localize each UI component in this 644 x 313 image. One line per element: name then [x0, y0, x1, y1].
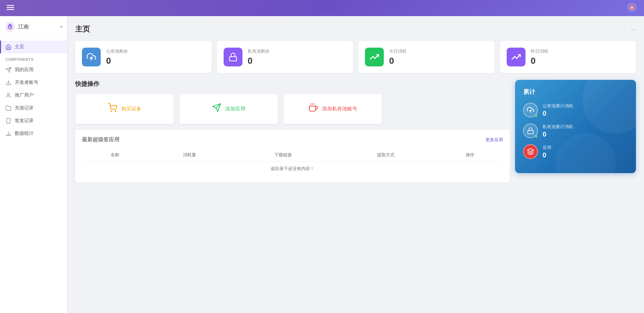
page-title: 主页 — [75, 24, 90, 34]
brand-name: 江南 — [18, 23, 29, 31]
middle-row: 快捷操作 购买设备 — [75, 80, 636, 182]
trend-up-icon — [365, 48, 384, 66]
recharge-label: 充值记录 — [15, 105, 34, 111]
col-action: 操作 — [437, 149, 503, 162]
lock-icon — [224, 48, 242, 66]
download-icon — [5, 80, 11, 86]
sidebar-item-recharge[interactable]: 充值记录 — [0, 102, 67, 114]
cumulative-public-pool-info: 公有池累计消耗 0 — [543, 103, 573, 117]
topbar — [0, 0, 644, 16]
stat-value-private-pool: 0 — [248, 56, 270, 66]
svg-rect-0 — [7, 5, 14, 6]
sidebar-item-dev-account[interactable]: 开发者账号 — [0, 76, 67, 89]
cumulative-app-label: 应用 — [543, 145, 551, 151]
brand-section[interactable]: 江南 ▾ — [0, 16, 67, 38]
buy-device-label: 购买设备 — [121, 106, 141, 112]
public-pool-dot — [535, 114, 537, 117]
coffee-icon — [309, 103, 318, 114]
dev-account-label: 开发者账号 — [15, 80, 38, 86]
home-icon — [5, 44, 11, 50]
data-stats-label: 数据统计 — [15, 131, 34, 137]
cumulative-private-pool-info: 私有池累计消耗 0 — [543, 124, 573, 138]
stat-private-pool: 私有池剩余 0 — [217, 41, 353, 73]
phone-icon — [5, 118, 11, 124]
stat-today-consume: 今日消耗 0 — [358, 41, 495, 73]
cumulative-card: 累计 公有池累计消耗 0 — [515, 80, 636, 173]
bar-chart-icon — [5, 131, 11, 137]
folder-icon — [5, 105, 11, 111]
send-icon — [5, 67, 11, 73]
svg-rect-13 — [7, 118, 10, 123]
stats-row: 公有池剩余 0 私有池剩余 0 — [75, 41, 636, 73]
my-apps-label: 我的应用 — [15, 67, 34, 73]
private-pool-dot — [535, 135, 537, 138]
svg-rect-2 — [7, 9, 14, 10]
svg-point-22 — [115, 111, 116, 111]
stat-info-today: 今日消耗 0 — [389, 48, 407, 66]
stat-value-today: 0 — [389, 56, 407, 66]
page-more-button[interactable]: ··· — [631, 26, 636, 33]
svg-rect-20 — [229, 57, 236, 61]
cloud-upload-icon — [82, 48, 101, 66]
sidebar-item-my-apps[interactable]: 我的应用 — [0, 63, 67, 76]
col-consume: 消耗量 — [148, 149, 232, 162]
sidebar-nav: 主页 COMPONENTS 我的应用 — [0, 38, 67, 143]
middle-left: 快捷操作 购买设备 — [75, 80, 510, 182]
add-app-card[interactable]: 添加应用 — [179, 93, 278, 124]
user-icon — [5, 92, 11, 98]
svg-point-5 — [631, 6, 633, 7]
menu-icon[interactable] — [7, 4, 14, 13]
table-title: 最新超级签应用 — [82, 136, 120, 143]
col-extract: 提取方式 — [334, 149, 437, 162]
stat-label-private-pool: 私有池剩余 — [248, 48, 270, 54]
add-private-account-label: 添加私有池账号 — [322, 106, 357, 112]
stat-yesterday-consume: 昨日消耗 0 — [500, 41, 636, 73]
sidebar-item-promo-user[interactable]: 推广用户 — [0, 89, 67, 102]
table-empty-text: 该目录下还没有内容！ — [82, 162, 503, 176]
add-private-account-card[interactable]: 添加私有池账号 — [283, 93, 382, 124]
sidebar-item-home[interactable]: 主页 — [0, 41, 67, 53]
sign-record-label: 签发记录 — [15, 118, 34, 124]
svg-point-12 — [7, 93, 9, 95]
stat-label-today: 今日消耗 — [389, 48, 407, 54]
sidebar: 江南 ▾ 主页 COMPONENTS — [0, 16, 67, 313]
table-empty-row: 该目录下还没有内容！ — [82, 162, 503, 176]
rocket-icon — [627, 2, 637, 14]
outer-ring3 — [523, 144, 538, 159]
apps-table: 名称 消耗量 下载链接 提取方式 操作 该目录下还没有内容！ — [82, 149, 503, 176]
brand-dropdown-arrow: ▾ — [60, 24, 62, 29]
cumulative-private-pool: 私有池累计消耗 0 — [523, 123, 628, 138]
stat-info-yesterday: 昨日消耗 0 — [531, 48, 548, 66]
svg-rect-1 — [7, 7, 14, 8]
cumulative-title: 累计 — [523, 88, 628, 96]
buy-device-card[interactable]: 购买设备 — [75, 93, 174, 124]
sidebar-item-sign-record[interactable]: 签发记录 — [0, 114, 67, 127]
stat-info-private-pool: 私有池剩余 0 — [248, 48, 270, 66]
cumulative-app: 应用 0 — [523, 144, 628, 159]
trend-up2-icon — [507, 48, 525, 66]
svg-point-21 — [111, 111, 111, 111]
cumulative-private-pool-label: 私有池累计消耗 — [543, 124, 573, 130]
stat-label-public-pool: 公有池剩余 — [106, 48, 128, 54]
col-download: 下载链接 — [232, 149, 334, 162]
page-header: 主页 ··· — [75, 24, 636, 34]
sidebar-item-data-stats[interactable]: 数据统计 — [0, 127, 67, 140]
cumulative-lock-icon — [523, 123, 538, 138]
stat-public-pool: 公有池剩余 0 — [75, 41, 212, 73]
content-area: 主页 ··· 公有池剩余 0 — [67, 16, 644, 313]
add-app-label: 添加应用 — [225, 106, 245, 112]
cumulative-private-pool-value: 0 — [543, 131, 573, 138]
quick-actions-title: 快捷操作 — [75, 80, 510, 88]
svg-point-8 — [9, 25, 11, 27]
cumulative-layers-icon — [523, 144, 538, 159]
cumulative-cloud-icon — [523, 103, 538, 117]
col-name: 名称 — [82, 149, 148, 162]
cumulative-public-pool: 公有池累计消耗 0 — [523, 103, 628, 117]
table-more-link[interactable]: 更多应用 — [486, 137, 503, 143]
home-label: 主页 — [15, 44, 24, 50]
cart-icon — [108, 103, 117, 114]
stat-label-yesterday: 昨日消耗 — [531, 48, 548, 54]
stat-value-yesterday: 0 — [531, 56, 548, 66]
latest-apps-table-card: 最新超级签应用 更多应用 名称 消耗量 下载链接 提取方式 操作 — [75, 129, 510, 182]
cumulative-app-info: 应用 0 — [543, 145, 551, 159]
